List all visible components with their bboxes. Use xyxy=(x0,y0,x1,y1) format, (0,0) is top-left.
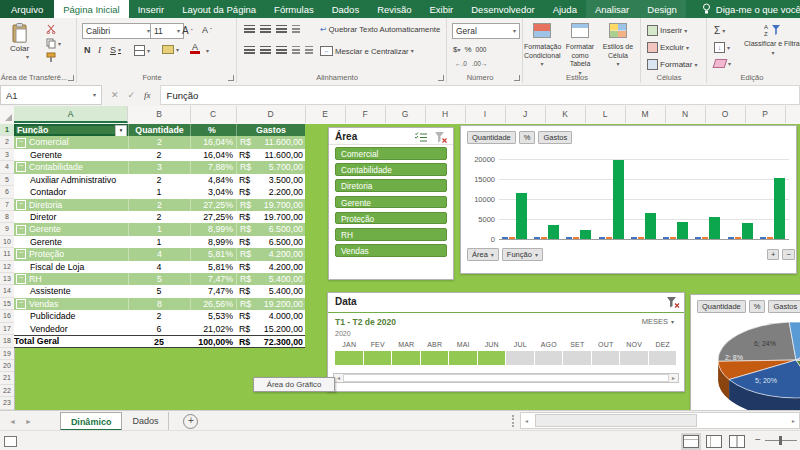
timeline-month-jun[interactable] xyxy=(478,351,506,365)
column-header-c[interactable]: C xyxy=(190,106,237,123)
cell-gastos[interactable]: R$5.400,00 xyxy=(236,285,305,297)
timeline-month-dez[interactable] xyxy=(649,351,677,365)
cell-quantidade[interactable]: 1 xyxy=(128,223,190,235)
cell-quantidade[interactable]: 2 xyxy=(128,174,190,186)
ribbon-tab-layout-da-pagina[interactable]: Layout da Página xyxy=(173,0,265,18)
bar-quantidade-assistente-6[interactable] xyxy=(695,237,701,239)
horizontal-scrollbar[interactable]: ◄ ► xyxy=(520,412,800,429)
cell-gastos[interactable]: R$4.200,00 xyxy=(236,248,305,260)
font-name-combo[interactable]: Calibri▾ xyxy=(82,23,154,39)
ribbon-tab-pagina-inicial[interactable]: Página Inicial xyxy=(54,0,129,18)
cell-pct[interactable]: 4,84% xyxy=(190,174,236,186)
zoom-out-icon[interactable]: − xyxy=(755,434,761,445)
row-header-9[interactable]: 9 xyxy=(0,223,14,235)
timeline-month-mai[interactable] xyxy=(449,351,477,365)
table-row-assistente-14[interactable]: Assistente57,47%R$5.400,00 xyxy=(14,285,305,297)
ribbon-tab-desenvolvedor[interactable]: Desenvolvedor xyxy=(462,0,543,18)
column-header-j[interactable]: J xyxy=(505,106,546,123)
clear-filter-icon[interactable] xyxy=(434,132,447,143)
row-header-2[interactable]: 2 xyxy=(0,136,14,148)
cell-styles-button[interactable]: Estilos de Célula▾ xyxy=(600,23,636,69)
cell-pct[interactable]: 5,53% xyxy=(190,310,236,322)
cell-quantidade[interactable]: 6 xyxy=(128,323,190,335)
table-row-vendedor-17[interactable]: Vendedor621,02%R$15.200,00 xyxy=(14,323,305,335)
bar-gastos-assistente-6[interactable] xyxy=(709,217,720,239)
cell-pct[interactable]: 7,88% xyxy=(190,161,236,173)
ribbon-tab-revisao[interactable]: Revisão xyxy=(368,0,420,18)
font-color-caret[interactable]: ▾ xyxy=(206,48,209,54)
cell-quantidade[interactable]: 3 xyxy=(128,161,190,173)
table-row-comercial-2[interactable]: −Comercial216,04%R$11.600,00 xyxy=(14,136,305,148)
number-format-combo[interactable]: Geral▾ xyxy=(452,23,520,39)
wrap-text-button[interactable]: ↩ Quebrar Texto Automaticamente xyxy=(320,25,440,34)
confirm-entry-icon[interactable]: ✓ xyxy=(128,90,136,100)
cell-quantidade[interactable]: 5 xyxy=(128,285,190,297)
bar-gastos-contador-2[interactable] xyxy=(580,230,591,239)
row-header-17[interactable]: 17 xyxy=(0,323,14,335)
table-row-contador-6[interactable]: Contador13,04%R$2.200,00 xyxy=(14,186,305,198)
cell-gastos[interactable]: R$4.000,00 xyxy=(236,310,305,322)
cut-button[interactable] xyxy=(46,24,56,34)
sort-filter-button[interactable]: A Z Classificar e Filtrar▾ xyxy=(744,23,800,57)
collapse-icon[interactable]: − xyxy=(16,162,26,172)
ribbon-tab-design[interactable]: Design xyxy=(638,0,686,18)
fill-button[interactable]: ↓▾ xyxy=(714,42,730,53)
pivot-header-funcao[interactable]: Função ▾ xyxy=(14,124,128,136)
bar-quantidade-vendedor-8[interactable] xyxy=(760,237,766,239)
cell-funcao[interactable]: Gerente xyxy=(14,149,128,161)
new-sheet-button[interactable]: + xyxy=(183,414,198,429)
pie-field-button-gastos[interactable]: Gastos xyxy=(768,300,800,313)
tab-splitter[interactable] xyxy=(512,415,514,427)
bar-gastos-publicidade-7[interactable] xyxy=(742,223,753,239)
cell-funcao[interactable]: −Vendas xyxy=(14,298,128,310)
timeline-granularity-dropdown[interactable]: MESES▾ xyxy=(642,317,674,326)
row-header-14[interactable]: 14 xyxy=(0,285,14,297)
font-dialog-launcher[interactable] xyxy=(228,75,234,81)
hscroll-right-icon[interactable]: ► xyxy=(788,418,799,424)
cancel-entry-icon[interactable]: ✕ xyxy=(111,90,119,100)
delete-cells-button[interactable]: Excluir▾ xyxy=(647,42,689,53)
column-header-m[interactable]: M xyxy=(625,106,666,123)
cell-pct[interactable]: 3,04% xyxy=(190,186,236,198)
bar-gastos-gerente-4[interactable] xyxy=(645,213,656,239)
sheet-tab-dinamico[interactable]: Dinâmico xyxy=(60,412,123,431)
worksheet[interactable]: 1234567891011121314151617181920212223 Fu… xyxy=(0,124,800,410)
cell-pct[interactable]: 8,99% xyxy=(190,236,236,248)
cell-gastos[interactable]: R$19.200,00 xyxy=(236,298,305,310)
cell-quantidade[interactable]: 2 xyxy=(128,149,190,161)
cell-quantidade[interactable]: 2 xyxy=(128,310,190,322)
autosum-button[interactable]: Σ▾ xyxy=(714,25,725,36)
bar---assistente-6[interactable] xyxy=(702,237,708,239)
bar-gastos-gerente-0[interactable] xyxy=(516,193,527,239)
column-header-b[interactable]: B xyxy=(128,106,191,123)
pivot-header-quantidade[interactable]: Quantidade xyxy=(128,124,190,136)
cell-gastos[interactable]: R$19.700,00 xyxy=(236,211,305,223)
alignment-dialog-launcher[interactable] xyxy=(438,75,444,81)
format-as-table-button[interactable]: Formatar como Tabela▾ xyxy=(562,23,598,78)
timeline-month-fev[interactable] xyxy=(364,351,392,365)
timeline-month-ago[interactable] xyxy=(535,351,563,365)
pivot-header-pct[interactable]: % xyxy=(190,124,236,136)
formula-input[interactable]: Função xyxy=(160,85,800,105)
collapse-icon[interactable]: − xyxy=(16,200,26,210)
cell-gastos[interactable]: R$72.300,00 xyxy=(236,336,305,346)
timeline-data[interactable]: Data T1 - T2 de 2020 MESES▾ 2020 JANFEVM… xyxy=(327,292,685,392)
bar-gastos-vendedor-8[interactable] xyxy=(774,178,785,239)
row-header-21[interactable]: 21 xyxy=(0,372,14,384)
timeline-month-mar[interactable] xyxy=(392,351,420,365)
cell-quantidade[interactable]: 1 xyxy=(128,186,190,198)
row-header-16[interactable]: 16 xyxy=(0,310,14,322)
cell-gastos[interactable]: R$2.200,00 xyxy=(236,186,305,198)
cell-gastos[interactable]: R$6.500,00 xyxy=(236,223,305,235)
slicer-item-contabilidade[interactable]: Contabilidade xyxy=(335,163,447,176)
row-header-6[interactable]: 6 xyxy=(0,186,14,198)
row-header-12[interactable]: 12 xyxy=(0,261,14,273)
bar-quantidade-auxiliar-administrativo-1[interactable] xyxy=(534,237,540,239)
cell-quantidade[interactable]: 4 xyxy=(128,248,190,260)
bar-gastos-diretor-3[interactable] xyxy=(613,160,624,239)
percent-style-button[interactable]: % xyxy=(464,45,471,54)
increase-indent-icon[interactable] xyxy=(305,46,313,54)
clipboard-dialog-launcher[interactable] xyxy=(68,75,74,81)
table-row-total-geral-18[interactable]: Total Geral25100,00%R$72.300,00 xyxy=(14,335,305,347)
ribbon-tab-exibir[interactable]: Exibir xyxy=(420,0,462,18)
